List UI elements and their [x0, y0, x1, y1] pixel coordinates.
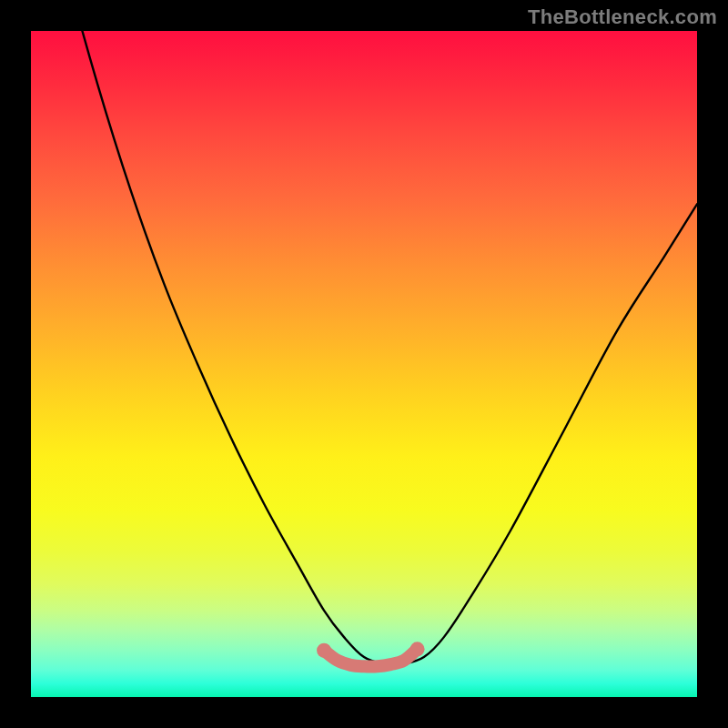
- chart-svg: [31, 31, 697, 697]
- v-curve-path: [31, 31, 697, 664]
- trough-end-dot: [410, 642, 425, 656]
- trough-band-path: [324, 649, 417, 666]
- chart-frame: TheBottleneck.com: [0, 0, 728, 728]
- trough-end-dot: [317, 643, 331, 658]
- watermark-text: TheBottleneck.com: [528, 5, 717, 29]
- plot-area: [31, 31, 697, 697]
